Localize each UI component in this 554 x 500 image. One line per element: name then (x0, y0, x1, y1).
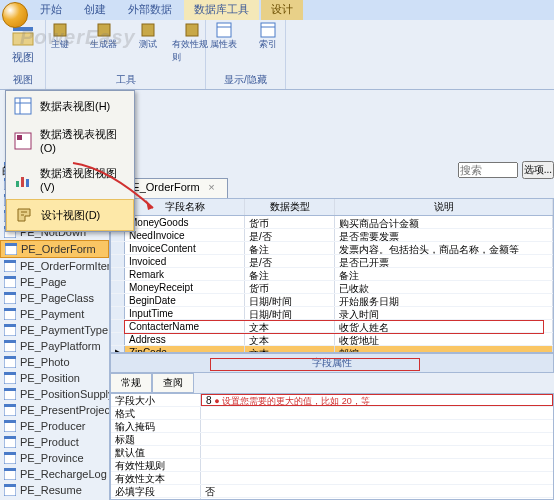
nav-table[interactable]: PE_Page (0, 274, 109, 290)
svg-rect-47 (4, 388, 16, 391)
nav-table[interactable]: PE_Position (0, 370, 109, 386)
svg-rect-6 (217, 23, 231, 37)
nav-table[interactable]: PE_PageClass (0, 290, 109, 306)
svg-rect-5 (186, 24, 198, 36)
nav-table[interactable]: PE_Photo (0, 354, 109, 370)
svg-rect-49 (4, 404, 16, 407)
nav-table[interactable]: PE_PayPlatform (0, 338, 109, 354)
svg-rect-41 (4, 340, 16, 343)
svg-rect-33 (4, 276, 16, 279)
svg-rect-43 (4, 356, 16, 359)
field-row[interactable]: Invoiced是/否是否已开票 (111, 255, 553, 268)
ribbon-tab-4[interactable]: 设计 (261, 0, 303, 20)
svg-rect-39 (4, 324, 16, 327)
nav-table[interactable]: PE_PositionSupplyInfo (0, 386, 109, 402)
prop-row[interactable]: 输入掩码 (111, 420, 553, 433)
ribbon-tool[interactable]: 生成器 (84, 22, 124, 64)
prop-row[interactable]: 格式 (111, 407, 553, 420)
nav-table[interactable]: PE_Product (0, 434, 109, 450)
svg-rect-14 (17, 135, 22, 140)
field-row[interactable]: InvoiceContent备注发票内容。包括抬头，商品名称，金额等 (111, 242, 553, 255)
office-orb[interactable] (2, 2, 28, 28)
field-row[interactable]: ContacterName文本收货人姓名 (111, 320, 553, 333)
svg-rect-53 (4, 436, 16, 439)
field-row[interactable]: NeedInvoice是/否是否需要发票 (111, 229, 553, 242)
search-input[interactable] (458, 162, 518, 178)
ribbon-tool[interactable]: 主键 (40, 22, 80, 64)
field-row[interactable]: Remark备注备注 (111, 268, 553, 281)
svg-rect-15 (16, 181, 19, 187)
svg-rect-51 (4, 420, 16, 423)
nav-table[interactable]: PE_Resume (0, 482, 109, 498)
nav-table[interactable]: PE_OrderFormItem (0, 258, 109, 274)
nav-table[interactable]: PE_PresentProject (0, 402, 109, 418)
ribbon-tab-3[interactable]: 数据库工具 (184, 0, 259, 20)
properties-header: 字段属性 (110, 353, 554, 373)
properties-grid: 字段大小8 ● 设置您需要的更大的值，比如 20，等格式输入掩码标题默认值有效性… (110, 393, 554, 500)
svg-rect-59 (4, 484, 16, 487)
ribbon-showhide[interactable]: 索引 (248, 22, 288, 51)
svg-rect-10 (15, 98, 31, 114)
svg-rect-2 (54, 24, 66, 36)
view-menu-item-3[interactable]: 设计视图(D) (6, 199, 134, 231)
ribbon-tabbar: 开始创建外部数据数据库工具设计 (0, 0, 554, 20)
prop-row[interactable]: 字段大小8 ● 设置您需要的更大的值，比如 20，等 (111, 394, 553, 407)
field-row[interactable]: InputTime日期/时间录入时间 (111, 307, 553, 320)
svg-rect-35 (4, 292, 16, 295)
nav-table[interactable]: PE_OrderForm (0, 240, 109, 258)
view-dropdown-menu: 数据表视图(H)数据透视表视图(O)数据透视图视图(V)设计视图(D) (5, 90, 135, 232)
field-row[interactable]: Address文本收货地址 (111, 333, 553, 346)
svg-rect-8 (261, 23, 275, 37)
svg-rect-1 (13, 33, 33, 45)
ribbon-tab-0[interactable]: 开始 (30, 0, 72, 20)
svg-rect-17 (26, 179, 29, 187)
prop-row[interactable]: 有效性规则 (111, 459, 553, 472)
field-grid: 字段名称 数据类型 说明 MoneyGoods货币购买商品合计金额NeedInv… (110, 198, 554, 353)
close-icon[interactable]: × (208, 181, 214, 193)
field-row[interactable]: BeginDate日期/时间开始服务日期 (111, 294, 553, 307)
nav-table[interactable]: PE_Province (0, 450, 109, 466)
view-button[interactable]: 视图 (9, 22, 37, 67)
view-menu-item-0[interactable]: 数据表视图(H) (6, 91, 134, 121)
ribbon-showhide[interactable]: 属性表 (204, 22, 244, 51)
svg-rect-31 (4, 260, 16, 263)
prop-row[interactable]: 有效性文本 (111, 472, 553, 485)
props-tab-1[interactable]: 查阅 (152, 373, 194, 393)
nav-table[interactable]: PE_PaymentType (0, 322, 109, 338)
view-menu-item-2[interactable]: 数据透视图视图(V) (6, 160, 134, 199)
svg-rect-3 (98, 24, 110, 36)
field-row[interactable]: ▶ZipCode文本邮编 (111, 346, 553, 353)
prop-row[interactable]: 必填字段否 (111, 485, 553, 498)
ribbon-tool[interactable]: 测试 (128, 22, 168, 64)
svg-rect-57 (4, 468, 16, 471)
prop-row[interactable]: 默认值 (111, 446, 553, 459)
nav-table[interactable]: PE_Producer (0, 418, 109, 434)
svg-rect-37 (4, 308, 16, 311)
svg-rect-4 (142, 24, 154, 36)
view-menu-item-1[interactable]: 数据透视表视图(O) (6, 121, 134, 160)
ribbon-tab-1[interactable]: 创建 (74, 0, 116, 20)
nav-table[interactable]: PE_Payment (0, 306, 109, 322)
field-row[interactable]: MoneyGoods货币购买商品合计金额 (111, 216, 553, 229)
svg-rect-55 (4, 452, 16, 455)
svg-rect-29 (5, 243, 17, 246)
options-button[interactable]: 选项... (522, 161, 554, 179)
field-row[interactable]: MoneyReceipt货币已收款 (111, 281, 553, 294)
props-tab-0[interactable]: 常规 (110, 373, 152, 393)
svg-rect-16 (21, 177, 24, 187)
nav-table[interactable]: PE_RechargeLog (0, 466, 109, 482)
svg-rect-45 (4, 372, 16, 375)
ribbon-tab-2[interactable]: 外部数据 (118, 0, 182, 20)
ribbon-bar: 视图 视图 主键生成器测试有效性规则 工具 属性表索引 显示/隐藏 (0, 20, 554, 90)
prop-row[interactable]: 标题 (111, 433, 553, 446)
